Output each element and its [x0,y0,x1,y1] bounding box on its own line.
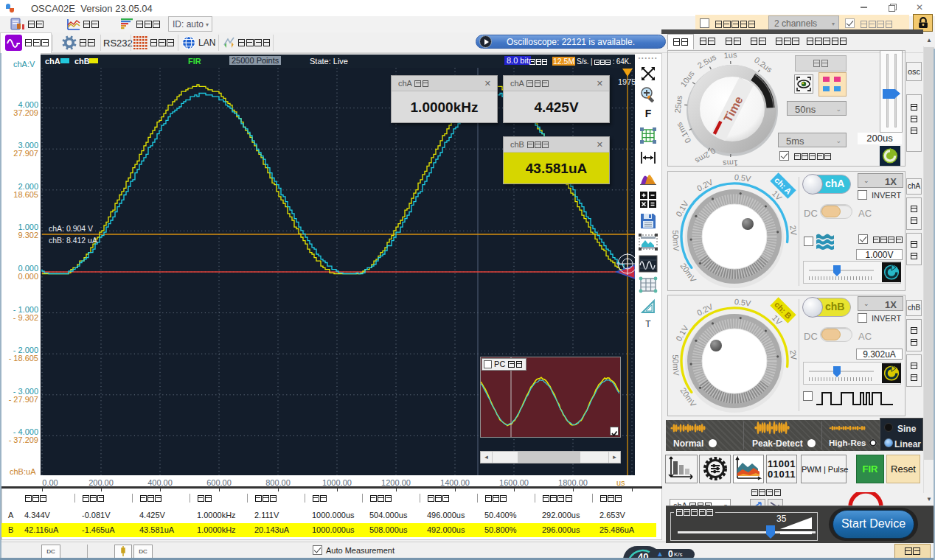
svg-text:50mV: 50mV [671,354,681,377]
svg-text:10us: 10us [678,69,696,88]
svg-text:2V: 2V [788,225,799,237]
svg-text:chB: 8.412 uA: chB: 8.412 uA [49,236,97,245]
svg-text:50mV: 50mV [671,230,681,252]
svg-text:1975: 1975 [618,77,635,86]
svg-text:0.2ms: 0.2ms [693,147,717,166]
svg-text:0.5V: 0.5V [734,172,752,183]
svg-text:1us: 1us [723,50,737,60]
svg-text:0.2V: 0.2V [695,177,715,193]
svg-text:2V: 2V [788,349,799,361]
svg-text:25us: 25us [673,95,684,113]
svg-text:0.5V: 0.5V [734,297,752,308]
svg-text:chA: 0.904 V: chA: 0.904 V [49,224,93,233]
svg-text:0.2V: 0.2V [695,301,715,318]
svg-text:2.5us: 2.5us [696,52,718,70]
svg-text:0.2us: 0.2us [753,55,774,74]
svg-text:1ms: 1ms [722,158,738,168]
